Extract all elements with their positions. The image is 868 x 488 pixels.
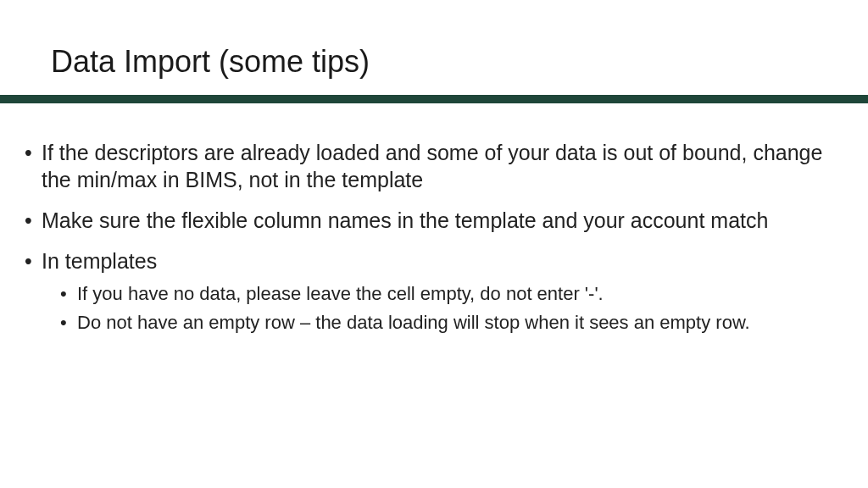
sub-bullet-item: Do not have an empty row – the data load… bbox=[42, 310, 834, 336]
sub-bullet-list: If you have no data, please leave the ce… bbox=[42, 281, 834, 335]
bullet-item: Make sure the flexible column names in t… bbox=[21, 207, 834, 234]
bullet-text: In templates bbox=[42, 249, 157, 273]
sub-bullet-item: If you have no data, please leave the ce… bbox=[42, 281, 834, 307]
bullet-item: If the descriptors are already loaded an… bbox=[21, 139, 834, 193]
bullet-list: If the descriptors are already loaded an… bbox=[21, 139, 834, 335]
title-divider bbox=[0, 95, 868, 103]
slide: Data Import (some tips) If the descripto… bbox=[0, 0, 868, 488]
slide-title: Data Import (some tips) bbox=[0, 0, 868, 95]
bullet-item: In templates If you have no data, please… bbox=[21, 247, 834, 335]
slide-content: If the descriptors are already loaded an… bbox=[0, 103, 868, 335]
